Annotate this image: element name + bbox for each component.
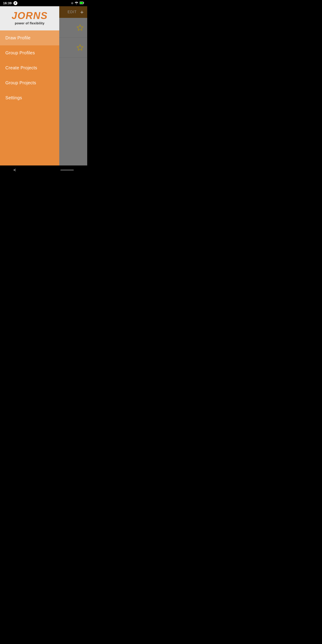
brand-name: JORNS — [12, 11, 48, 20]
wifi-icon — [75, 2, 78, 5]
drawer-logo: JORNS power of flexibility — [0, 6, 59, 30]
favorite-star-icon[interactable] — [76, 24, 84, 31]
status-left: 16:39 — [3, 1, 18, 5]
app-container: JORNS power of flexibility Draw Profile … — [0, 6, 87, 166]
drawer: JORNS power of flexibility Draw Profile … — [0, 6, 59, 166]
menu-item-group-projects[interactable]: Group Projects — [0, 75, 59, 90]
svg-rect-1 — [84, 2, 84, 3]
svg-marker-3 — [77, 25, 83, 30]
edit-button[interactable]: EDIT — [68, 10, 76, 14]
brand-tagline: power of flexibility — [15, 22, 44, 25]
list-area — [59, 18, 87, 166]
main-content: EDIT + — [59, 6, 87, 166]
bottom-bar: < — [0, 166, 87, 174]
svg-marker-4 — [77, 45, 83, 50]
favorite-star-icon-2[interactable] — [76, 44, 84, 51]
back-button[interactable]: < — [14, 168, 16, 173]
svg-rect-2 — [80, 2, 83, 4]
menu-item-draw-profile[interactable]: Draw Profile — [0, 30, 59, 46]
battery-icon — [80, 2, 84, 5]
status-bar: 16:39 ⊖ — [0, 0, 87, 6]
status-time: 16:39 — [3, 1, 12, 5]
drawer-menu: Draw Profile Group Profiles Create Proje… — [0, 30, 59, 166]
add-button[interactable]: + — [80, 9, 84, 15]
list-item[interactable] — [59, 18, 87, 38]
menu-item-create-projects[interactable]: Create Projects — [0, 60, 59, 75]
home-indicator[interactable] — [60, 170, 74, 170]
list-item[interactable] — [59, 38, 87, 58]
menu-item-settings[interactable]: Settings — [0, 90, 59, 105]
dnd-icon: ⊖ — [71, 2, 73, 5]
status-right: ⊖ — [71, 2, 84, 5]
menu-item-group-profiles[interactable]: Group Profiles — [0, 46, 59, 60]
main-header: EDIT + — [59, 6, 87, 18]
pandora-icon — [14, 1, 18, 5]
